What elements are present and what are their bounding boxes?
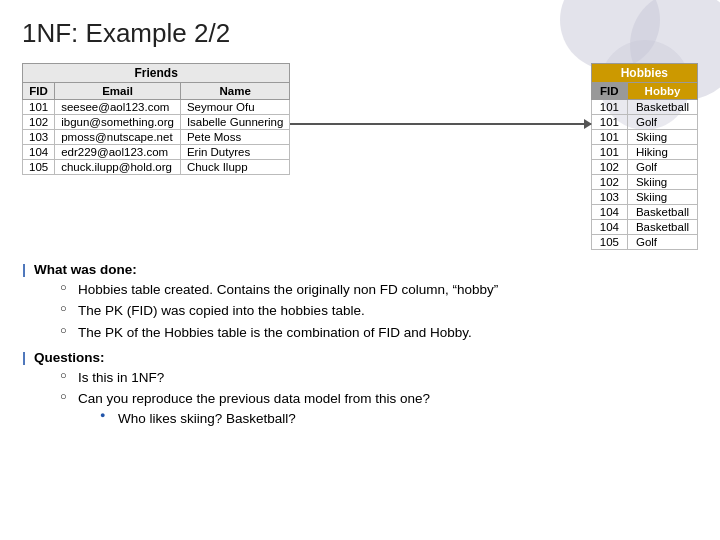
friends-col-email: Email [55, 83, 181, 100]
tables-row: Friends FID Email Name 101seesee@aol123.… [22, 63, 698, 250]
list-item: Erin Dutyres [180, 145, 290, 160]
what-done-item-2: The PK (FID) was copied into the hobbies… [60, 301, 498, 321]
list-item: seesee@aol123.com [55, 100, 181, 115]
what-done-label: What was done: [34, 262, 137, 277]
list-item: Golf [627, 115, 697, 130]
list-item: Seymour Ofu [180, 100, 290, 115]
table-row: 102Golf [591, 160, 697, 175]
questions-item-1: Is this in 1NF? [60, 368, 430, 388]
list-item: 104 [591, 205, 627, 220]
sub-sub-list: Who likes skiing? Basketball? [100, 409, 430, 429]
questions-section: l Questions: Is this in 1NF? Can you rep… [22, 348, 698, 430]
list-item: 101 [23, 100, 55, 115]
list-item: 103 [591, 190, 627, 205]
list-item: ibgun@something.org [55, 115, 181, 130]
list-item: Basketball [627, 100, 697, 115]
hobbies-table-section: Hobbies FID Hobby 101Basketball101Golf10… [591, 63, 698, 250]
list-item: 102 [23, 115, 55, 130]
list-item: 101 [591, 100, 627, 115]
what-done-item-3: The PK of the Hobbies table is the combi… [60, 323, 498, 343]
questions-label: Questions: [34, 350, 105, 365]
table-row: 101Skiing [591, 130, 697, 145]
table-row: 101Hiking [591, 145, 697, 160]
hobbies-col-hobby: Hobby [627, 83, 697, 100]
friends-col-fid: FID [23, 83, 55, 100]
table-row: 103pmoss@nutscape.netPete Moss [23, 130, 290, 145]
list-item: 101 [591, 115, 627, 130]
list-item: chuck.ilupp@hold.org [55, 160, 181, 175]
content-section: l What was done: Hobbies table created. … [22, 260, 698, 431]
table-row: 101Golf [591, 115, 697, 130]
what-done-section: l What was done: Hobbies table created. … [22, 260, 698, 344]
list-item: Skiing [627, 130, 697, 145]
questions-list: Is this in 1NF? Can you reproduce the pr… [60, 368, 430, 429]
list-item: Golf [627, 160, 697, 175]
arrow-connector [290, 63, 590, 125]
table-row: 104Basketball [591, 220, 697, 235]
friends-header-row: FID Email Name [23, 83, 290, 100]
hobbies-table: FID Hobby 101Basketball101Golf101Skiing1… [591, 82, 698, 250]
hobbies-header-row: FID Hobby [591, 83, 697, 100]
list-item: Hiking [627, 145, 697, 160]
table-row: 104edr229@aol123.comErin Dutyres [23, 145, 290, 160]
table-row: 105chuck.ilupp@hold.orgChuck Ilupp [23, 160, 290, 175]
bullet-l-icon-2: l [22, 346, 26, 372]
list-item: 104 [591, 220, 627, 235]
list-item: 101 [591, 145, 627, 160]
table-row: 105Golf [591, 235, 697, 250]
bullet-l-icon: l [22, 258, 26, 284]
list-item: pmoss@nutscape.net [55, 130, 181, 145]
list-item: Skiing [627, 190, 697, 205]
table-row: 101Basketball [591, 100, 697, 115]
list-item: 105 [23, 160, 55, 175]
list-item: 105 [591, 235, 627, 250]
list-item: 104 [23, 145, 55, 160]
hobbies-caption: Hobbies [591, 63, 698, 82]
table-row: 104Basketball [591, 205, 697, 220]
friends-col-name: Name [180, 83, 290, 100]
list-item: 103 [23, 130, 55, 145]
table-row: 102Skiing [591, 175, 697, 190]
list-item: Skiing [627, 175, 697, 190]
table-row: 101seesee@aol123.comSeymour Ofu [23, 100, 290, 115]
what-done-item-1: Hobbies table created. Contains the orig… [60, 280, 498, 300]
list-item: Chuck Ilupp [180, 160, 290, 175]
sub-sub-item-1: Who likes skiing? Basketball? [100, 409, 430, 429]
list-item: Basketball [627, 205, 697, 220]
table-row: 102ibgun@something.orgIsabelle Gunnering [23, 115, 290, 130]
list-item: 101 [591, 130, 627, 145]
list-item: Isabelle Gunnering [180, 115, 290, 130]
list-item: edr229@aol123.com [55, 145, 181, 160]
friends-table-section: Friends FID Email Name 101seesee@aol123.… [22, 63, 290, 175]
friends-caption: Friends [22, 63, 290, 82]
list-item: 102 [591, 175, 627, 190]
friends-table: FID Email Name 101seesee@aol123.comSeymo… [22, 82, 290, 175]
questions-item-2: Can you reproduce the previous data mode… [60, 389, 430, 428]
arrow-line [290, 123, 590, 125]
table-row: 103Skiing [591, 190, 697, 205]
list-item: Pete Moss [180, 130, 290, 145]
hobbies-col-fid: FID [591, 83, 627, 100]
what-done-list: Hobbies table created. Contains the orig… [60, 280, 498, 343]
list-item: Golf [627, 235, 697, 250]
page-title: 1NF: Example 2/2 [22, 18, 698, 49]
list-item: 102 [591, 160, 627, 175]
list-item: Basketball [627, 220, 697, 235]
